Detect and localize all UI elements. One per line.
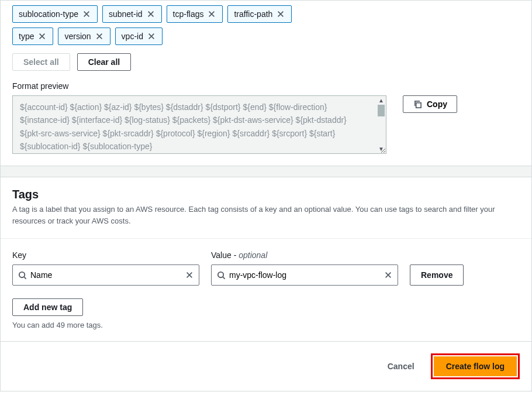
footer-actions: Cancel Create flow log: [1, 341, 531, 391]
chip-vpc-id[interactable]: vpc-id: [115, 28, 163, 45]
close-icon[interactable]: [147, 32, 156, 41]
format-preview-textarea[interactable]: ${account-id} ${action} ${az-id} ${bytes…: [12, 95, 386, 154]
chip-subnet-id[interactable]: subnet-id: [102, 5, 162, 23]
section-gap: [1, 166, 531, 177]
chip-tcp-flags[interactable]: tcp-flags: [167, 5, 223, 23]
clear-all-button[interactable]: Clear all: [77, 53, 131, 71]
search-icon: [216, 270, 226, 280]
create-flow-log-button[interactable]: Create flow log: [434, 356, 517, 376]
close-icon[interactable]: [146, 9, 156, 19]
copy-button[interactable]: Copy: [403, 95, 457, 113]
svg-rect-0: [416, 102, 420, 107]
format-field-chips-row1: sublocation-type subnet-id tcp-flags tra…: [12, 5, 520, 23]
close-icon[interactable]: [82, 9, 91, 19]
value-label: Value - optional: [211, 250, 398, 260]
clear-input-icon[interactable]: [384, 270, 393, 280]
select-all-button: Select all: [12, 53, 70, 71]
search-icon: [18, 270, 27, 280]
key-label: Key: [12, 250, 199, 260]
add-new-tag-button[interactable]: Add new tag: [12, 298, 83, 316]
value-input-wrap[interactable]: [211, 264, 398, 286]
value-input[interactable]: [226, 270, 384, 280]
cancel-button[interactable]: Cancel: [381, 357, 422, 376]
close-icon[interactable]: [95, 32, 104, 41]
remaining-tags-text: You can add 49 more tags.: [12, 321, 520, 329]
remove-button[interactable]: Remove: [410, 264, 464, 286]
tag-key-value-row: Key Value - optional: [12, 250, 520, 286]
clear-input-icon[interactable]: [185, 270, 194, 280]
copy-icon: [413, 99, 422, 109]
close-icon[interactable]: [37, 32, 47, 41]
create-flow-log-highlight: Create flow log: [431, 353, 520, 379]
chip-version[interactable]: version: [58, 28, 110, 45]
tags-description: A tag is a label that you assign to an A…: [12, 204, 520, 226]
chip-type[interactable]: type: [12, 28, 53, 45]
format-field-chips-row2: type version vpc-id: [12, 28, 520, 45]
svg-point-2: [217, 272, 223, 277]
format-preview-label: Format preview: [12, 81, 520, 91]
key-input[interactable]: [27, 270, 185, 280]
select-clear-row: Select all Clear all: [12, 53, 520, 71]
chip-traffic-path[interactable]: traffic-path: [227, 5, 292, 23]
close-icon[interactable]: [207, 9, 216, 19]
close-icon[interactable]: [276, 9, 285, 19]
chip-sublocation-type[interactable]: sublocation-type: [12, 5, 98, 23]
svg-point-1: [19, 272, 24, 277]
key-input-wrap[interactable]: [12, 264, 199, 286]
tags-heading: Tags: [12, 188, 520, 201]
inner-divider: [1, 238, 531, 239]
